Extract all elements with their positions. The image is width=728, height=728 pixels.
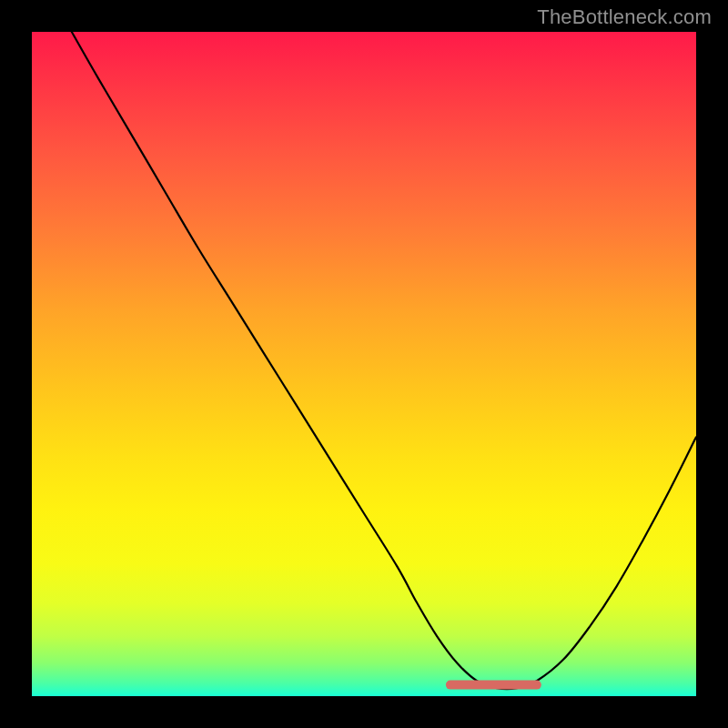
watermark-text: TheBottleneck.com — [537, 5, 712, 28]
chart-frame: TheBottleneck.com — [0, 0, 728, 728]
plot-area — [32, 32, 696, 696]
curve-layer — [32, 32, 696, 696]
bottleneck-curve — [72, 32, 696, 689]
watermark: TheBottleneck.com — [537, 5, 712, 29]
